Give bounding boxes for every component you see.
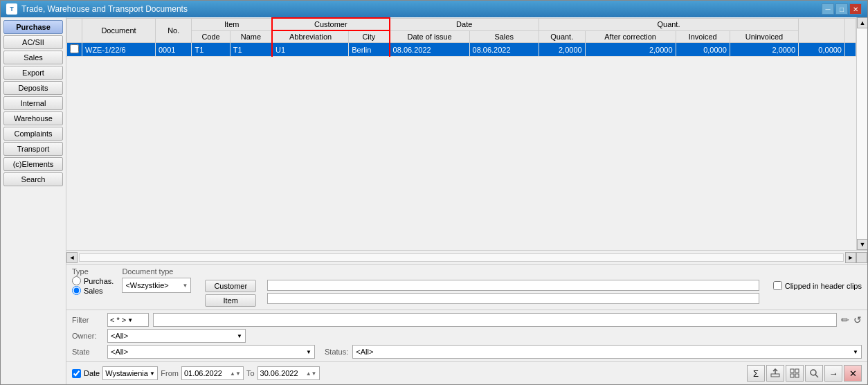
date-checkbox-label: Date [84, 369, 100, 377]
row-checkbox[interactable] [70, 44, 79, 53]
table-row[interactable]: WZE-1/22/6 0001 T1 T1 U1 Berlin 08.06.20… [67, 43, 856, 57]
owner-combo[interactable]: <All> ▼ [107, 329, 246, 343]
customer-input[interactable] [267, 280, 759, 291]
horizontal-scrollbar[interactable]: ◄ ► [66, 250, 867, 264]
to-date-value: 30.06.2022 [260, 369, 298, 377]
clip-checkbox[interactable] [773, 281, 782, 290]
status-combo[interactable]: <All> ▼ [352, 345, 862, 359]
row-scroll-spacer [845, 43, 856, 57]
scroll-right-button[interactable]: ► [845, 252, 856, 263]
sidebar-item-internal[interactable]: Internal [3, 96, 63, 110]
from-date-input[interactable]: 01.06.2022 ▲▼ [181, 366, 244, 380]
sidebar-item-search[interactable]: Search [3, 172, 63, 186]
maximize-button[interactable]: □ [835, 3, 848, 15]
th-uninvoiced: Uninvoiced [730, 30, 798, 43]
filter-label: Filter [72, 316, 103, 324]
th-invoiced: Invoiced [676, 30, 730, 43]
date-type-combo[interactable]: Wystawienia ▼ [102, 366, 158, 380]
scroll-up-button[interactable]: ▲ [857, 17, 867, 28]
customer-button[interactable]: Customer [205, 280, 256, 292]
window-icon: T [6, 3, 17, 15]
h-scroll-track[interactable] [79, 253, 844, 262]
from-date-value: 01.06.2022 [184, 369, 222, 377]
svg-rect-3 [795, 369, 799, 373]
scroll-left-button[interactable]: ◄ [66, 252, 78, 263]
row-code: T1 [192, 43, 230, 57]
date-checkbox-area[interactable]: Date [72, 369, 100, 378]
svg-rect-5 [795, 374, 799, 377]
date-checkbox[interactable] [72, 369, 81, 378]
item-input[interactable] [267, 293, 759, 304]
th-customer-group: Customer [272, 18, 390, 30]
filter-row: Filter < * > ▼ ✏ ↺ [72, 313, 862, 327]
sidebar-item-transport[interactable]: Transport [3, 142, 63, 156]
table-container: Document No. Item Customer Date Quant. [66, 17, 856, 250]
search-button[interactable] [805, 365, 823, 382]
radio-purchase-label: Purchas. [84, 277, 114, 285]
state-combo[interactable]: <All> ▼ [107, 345, 315, 359]
th-item-group: Item [192, 18, 272, 30]
to-date-input[interactable]: 30.06.2022 ▲▼ [257, 366, 320, 380]
sidebar-item-export[interactable]: Export [3, 66, 63, 80]
sidebar-item-sales[interactable]: Sales [3, 51, 63, 64]
type-label: Type [72, 267, 114, 276]
grid-button[interactable] [786, 365, 804, 382]
th-quant: Quant. [539, 30, 585, 43]
sidebar-item-complaints[interactable]: Complaints [3, 127, 63, 141]
radio-sales-label: Sales [84, 287, 103, 295]
radio-purchase-input[interactable] [72, 276, 81, 285]
row-no: 0001 [156, 43, 192, 57]
th-document-label: Document [82, 18, 156, 43]
row-sales-date: 08.06.2022 [469, 43, 539, 57]
th-after-correction: After correction [585, 30, 676, 43]
sidebar: Purchase AC/SII Sales Export Deposits In… [1, 17, 66, 384]
customer-input-area [267, 280, 759, 304]
doc-type-combo[interactable]: <Wszystkie> ▼ [122, 278, 191, 293]
item-button[interactable]: Item [205, 294, 256, 307]
arrow-button[interactable]: → [824, 365, 842, 382]
sum-button[interactable]: Σ [747, 365, 765, 382]
cancel-button[interactable]: ✕ [844, 365, 862, 382]
radio-sales[interactable]: Sales [72, 286, 114, 295]
svg-rect-2 [790, 369, 794, 373]
th-no-label: No. [156, 18, 192, 43]
type-doc-row: Type Purchas. Sales Document type [66, 264, 867, 310]
table-area: Document No. Item Customer Date Quant. [66, 17, 867, 264]
status-value: <All> [356, 348, 373, 356]
from-date-spinner[interactable]: ▲▼ [230, 370, 241, 377]
sidebar-item-celements[interactable]: (c)Elements [3, 157, 63, 171]
date-type-arrow-icon: ▼ [150, 370, 155, 377]
sidebar-item-acsii[interactable]: AC/SII [3, 35, 63, 49]
radio-sales-input[interactable] [72, 286, 81, 295]
table-with-scrollbar: Document No. Item Customer Date Quant. [66, 17, 867, 250]
edit-icon[interactable]: ✏ [841, 314, 849, 325]
th-date-of-issue: Date of issue [390, 30, 469, 43]
row-uninvoiced: 2,0000 [730, 43, 798, 57]
sidebar-item-purchase[interactable]: Purchase [3, 20, 63, 34]
scroll-down-button[interactable]: ▼ [857, 239, 867, 250]
radio-purchase[interactable]: Purchas. [72, 276, 114, 285]
export-button[interactable] [766, 365, 784, 382]
filter-combo[interactable]: < * > ▼ [107, 313, 149, 327]
to-date-spinner[interactable]: ▲▼ [306, 370, 317, 377]
doc-type-section: Document type <Wszystkie> ▼ [122, 267, 191, 293]
row-quant: 2,0000 [539, 43, 585, 57]
state-status-row: State <All> ▼ Status: <All> ▼ [72, 345, 862, 359]
export-icon [770, 368, 780, 378]
filter-arrow-icon: ▼ [127, 317, 133, 323]
clip-label: Clipped in header clips [785, 282, 862, 290]
reset-icon[interactable]: ↺ [853, 314, 862, 325]
row-checkbox-cell[interactable] [67, 43, 82, 57]
sidebar-item-warehouse[interactable]: Warehouse [3, 111, 63, 125]
clip-checkbox-area[interactable]: Clipped in header clips [773, 281, 862, 290]
filter-text-input[interactable] [153, 313, 837, 327]
scroll-track[interactable] [857, 28, 867, 239]
sidebar-item-deposits[interactable]: Deposits [3, 81, 63, 95]
minimize-button[interactable]: ─ [822, 3, 834, 15]
svg-line-7 [815, 375, 818, 377]
row-invoice: 0,0000 [799, 43, 845, 57]
close-button[interactable]: ✕ [849, 3, 862, 15]
main-content: Purchase AC/SII Sales Export Deposits In… [1, 17, 867, 384]
vertical-scrollbar[interactable]: ▲ ▼ [856, 17, 867, 250]
main-window: T Trade, Warehouse and Transport Documen… [0, 0, 868, 385]
